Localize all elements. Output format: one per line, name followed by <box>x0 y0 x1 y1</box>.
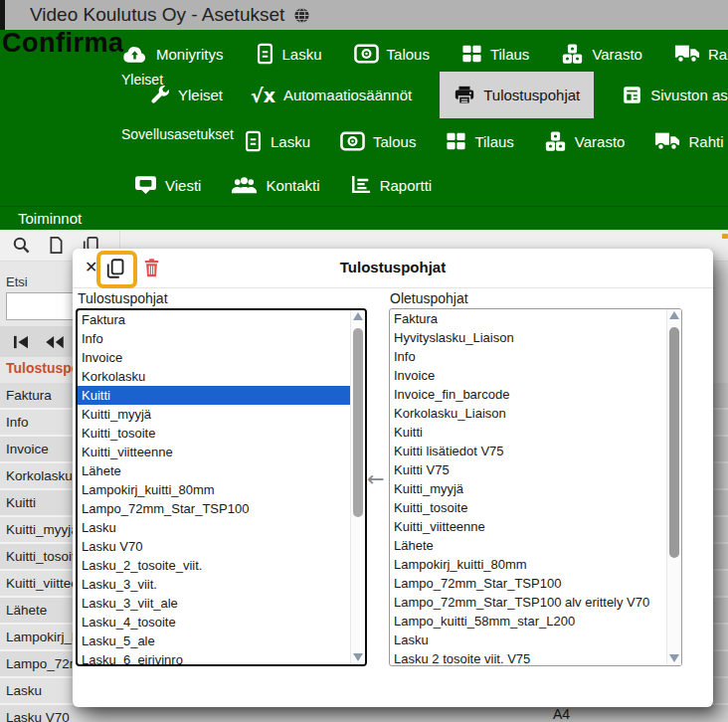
nav-item-label: Viesti <box>165 177 201 194</box>
list-item[interactable]: Faktura <box>390 309 666 328</box>
list-item[interactable]: Lasku_2_tosoite_viit. <box>78 556 350 575</box>
nav-item-label: Rahti <box>708 46 728 63</box>
list-item[interactable]: Invoice <box>78 348 350 367</box>
list-item[interactable]: Lampo_72mm_Star_TSP100 <box>78 499 350 518</box>
scrollbar-thumb[interactable] <box>353 328 363 517</box>
nav-item-label: Tilaus <box>490 46 529 63</box>
list-item[interactable]: Korkolasku <box>78 367 350 386</box>
nav-item-rahti[interactable]: Rahti <box>674 44 728 64</box>
nav-row-communication: Viesti Kontakti Raportti <box>134 165 432 205</box>
list-item[interactable]: Lasku V70 <box>78 537 350 556</box>
list-item[interactable]: Kuitti_viitteenne <box>78 443 350 461</box>
scroll-down-icon[interactable] <box>667 654 681 662</box>
list-item[interactable]: Lasku 2 tosoite viit. V75 <box>390 649 666 665</box>
list-item[interactable]: Lähete <box>390 536 666 555</box>
list-item[interactable]: Lasku_3_viit_ale <box>78 594 350 613</box>
scroll-up-icon[interactable] <box>667 311 681 319</box>
move-left-arrow-icon[interactable]: ← <box>367 467 385 491</box>
truck-icon <box>654 131 680 151</box>
list-item[interactable]: Lasku_6_eirivinro <box>78 650 350 664</box>
list-item[interactable]: Lasku <box>390 631 666 649</box>
list-item[interactable]: Korkolasku_Liaison <box>390 404 666 423</box>
previous-record-icon[interactable] <box>44 331 66 353</box>
dialog-header: ✕ Tulostuspohjat <box>73 249 713 288</box>
list-item[interactable]: Kuitti <box>390 423 666 442</box>
new-document-icon[interactable] <box>44 234 68 258</box>
nav-row-settings-tabs: Yleiset √x Automaatiosäännöt Tulostuspoh… <box>149 72 728 118</box>
left-list-scrollbar[interactable] <box>350 310 365 664</box>
nav-item-talous-settings[interactable]: Talous <box>340 131 416 151</box>
list-item[interactable]: Invoice <box>390 366 666 385</box>
list-item[interactable]: Lähete <box>78 461 350 480</box>
truck-icon <box>674 44 700 64</box>
paper-size-cell: A4 <box>553 706 570 722</box>
site-settings-icon <box>622 85 642 105</box>
list-item[interactable]: Hyvityslasku_Liaison <box>390 328 666 347</box>
sqrt-x-icon: √x <box>251 85 275 106</box>
list-item[interactable]: Kuitti <box>78 386 350 405</box>
list-item[interactable]: Lasku_4_tosoite <box>78 613 350 632</box>
brand-logo: Confirma <box>2 28 124 59</box>
nav-item-label: Raportti <box>380 177 433 194</box>
list-item[interactable]: Lasku <box>78 518 350 537</box>
scroll-down-icon[interactable] <box>351 653 365 661</box>
list-item[interactable]: Info <box>78 329 350 348</box>
list-item[interactable]: Kuitti_tosoite <box>390 498 666 517</box>
nav-item-talous[interactable]: Talous <box>354 44 430 64</box>
nav-item-lasku-settings[interactable]: Lasku <box>244 130 310 152</box>
list-item[interactable]: Lampokirj_kuitti_80mm <box>390 555 666 574</box>
nav-item-tilaus-settings[interactable]: Tilaus <box>446 131 513 151</box>
printer-icon <box>454 85 475 106</box>
list-item[interactable]: Lasku_5_ale <box>78 632 350 650</box>
nav-item-raportti[interactable]: Raportti <box>350 175 433 195</box>
nav-item-lasku[interactable]: Lasku <box>256 43 322 65</box>
list-item[interactable]: Lampo_72mm_Star_TSP100 <box>390 574 666 593</box>
list-item[interactable]: Lampo_kuitti_58mm_star_L200 <box>390 612 666 631</box>
tab-automaatiosaannot[interactable]: √x Automaatiosäännöt <box>251 85 412 106</box>
nav-item-moniyritys[interactable]: Moniyritys <box>121 43 224 65</box>
boxes-icon <box>561 43 584 65</box>
scroll-up-icon[interactable] <box>351 312 365 320</box>
list-item[interactable]: Faktura <box>78 310 350 329</box>
scrollbar-thumb[interactable] <box>669 327 679 558</box>
money-icon <box>340 131 365 151</box>
cloud-upload-icon <box>121 43 148 65</box>
nav-item-tilaus[interactable]: Tilaus <box>461 44 529 64</box>
dialog-title: Tulostuspohjat <box>73 259 713 275</box>
table-row[interactable]: Lasku V70 <box>0 705 728 722</box>
window-titlebar: Video Koulutus Oy - Asetukset <box>0 0 728 30</box>
list-item[interactable]: Kuitti_myyjä <box>78 405 350 424</box>
list-item[interactable]: Lampokirj_kuitti_80mm <box>78 480 350 499</box>
list-item[interactable]: Invoice_fin_barcode <box>390 385 666 404</box>
tab-yleiset[interactable]: Yleiset <box>149 85 223 105</box>
tab-label: Tulostuspohjat <box>483 87 580 103</box>
grid-icon <box>461 44 482 64</box>
right-list-scrollbar[interactable] <box>666 309 681 665</box>
tab-tulostuspohjat[interactable]: Tulostuspohjat <box>440 72 594 118</box>
list-item[interactable]: Kuitti_viitteenne <box>390 517 666 536</box>
nav-item-kontakti[interactable]: Kontakti <box>231 175 319 195</box>
main-header: Confirma Moniyritys Lasku Talous Tilaus … <box>0 30 728 206</box>
tab-sivuston-asetukset[interactable]: Sivuston asetukset <box>622 85 728 105</box>
wrench-icon <box>149 85 170 105</box>
list-item[interactable]: Kuitti_myyjä <box>390 479 666 498</box>
nav-item-rahti-settings[interactable]: Rahti <box>654 131 723 151</box>
nav-item-varasto-settings[interactable]: Varasto <box>544 130 626 152</box>
list-item[interactable]: Kuitti_tosoite <box>78 424 350 443</box>
report-icon <box>350 175 372 195</box>
list-item[interactable]: Kuitti V75 <box>390 460 666 479</box>
nav-row-modules: Moniyritys Lasku Talous Tilaus Varasto R… <box>121 36 728 72</box>
search-icon[interactable] <box>9 234 33 258</box>
nav-item-varasto[interactable]: Varasto <box>561 43 642 65</box>
default-templates-listbox: FakturaHyvityslasku_LiaisonInfoInvoiceIn… <box>389 308 682 666</box>
list-item[interactable]: Info <box>390 347 666 366</box>
app-window: Video Koulutus Oy - Asetukset Confirma M… <box>0 0 728 722</box>
list-item[interactable]: Kuitti lisätiedot V75 <box>390 442 666 460</box>
search-label: Etsi <box>6 274 28 289</box>
nav-item-viesti[interactable]: Viesti <box>134 175 201 195</box>
nav-row-app-settings: Lasku Talous Tilaus Varasto Rahti Proje <box>244 121 728 161</box>
first-record-icon[interactable] <box>10 331 32 353</box>
actions-bar[interactable]: Toiminnot <box>0 206 728 230</box>
list-item[interactable]: Lampo_72mm_Star_TSP100 alv erittely V70 <box>390 593 666 612</box>
list-item[interactable]: Lasku_3_viit. <box>78 575 350 594</box>
